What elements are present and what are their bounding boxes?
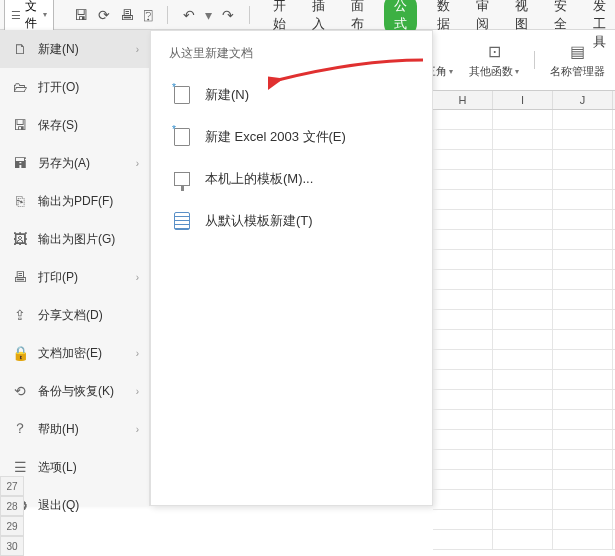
menu-save[interactable]: 🖫 保存(S) xyxy=(0,106,149,144)
chevron-right-icon: › xyxy=(136,386,139,397)
menu-label: 打开(O) xyxy=(38,79,79,96)
sub-item-label: 从默认模板新建(T) xyxy=(205,212,313,230)
divider xyxy=(167,6,168,24)
menu-share[interactable]: ⇪ 分享文档(D) xyxy=(0,296,149,334)
clipboard-icon xyxy=(173,212,191,230)
main-toolbar: 文件 ▾ 🖫 ⟳ 🖶 ⍰ ↶ ▾ ↷ 开始 插入 页面布局 公式 数据 审阅 视… xyxy=(0,0,615,30)
menu-open[interactable]: 🗁 打开(O) xyxy=(0,68,149,106)
sub-item-label: 新建 Excel 2003 文件(E) xyxy=(205,128,346,146)
document-icon: 🗋 xyxy=(12,41,28,57)
menu-new[interactable]: 🗋 新建(N) › xyxy=(0,30,149,68)
chevron-right-icon: › xyxy=(136,44,139,55)
document-icon xyxy=(173,86,191,104)
menu-label: 输出为图片(G) xyxy=(38,231,115,248)
ribbon-label: 名称管理器 xyxy=(550,64,605,79)
sub-item-default-template[interactable]: 从默认模板新建(T) xyxy=(169,204,414,238)
menu-label: 输出为PDF(F) xyxy=(38,193,113,210)
sub-item-label: 本机上的模板(M)... xyxy=(205,170,313,188)
menu-label: 退出(Q) xyxy=(38,497,79,514)
ribbon-label: 其他函数 xyxy=(469,64,513,79)
quick-toolbar: 🖫 ⟳ 🖶 ⍰ ↶ ▾ ↷ xyxy=(74,6,255,24)
image-icon: 🖼 xyxy=(12,231,28,247)
menu-label: 帮助(H) xyxy=(38,421,79,438)
menu-export-pdf[interactable]: ⎘ 输出为PDF(F) xyxy=(0,182,149,220)
menu-backup[interactable]: ⟲ 备份与恢复(K) › xyxy=(0,372,149,410)
help-icon: ？ xyxy=(12,421,28,437)
row-num[interactable]: 28 xyxy=(0,496,24,516)
name-manager-icon: ▤ xyxy=(568,42,588,62)
print-icon: 🖶 xyxy=(12,269,28,285)
menu-export-image[interactable]: 🖼 输出为图片(G) xyxy=(0,220,149,258)
lock-icon: 🔒 xyxy=(12,345,28,361)
chevron-right-icon: › xyxy=(136,158,139,169)
menu-print[interactable]: 🖶 打印(P) › xyxy=(0,258,149,296)
chevron-right-icon: › xyxy=(136,272,139,283)
row-num[interactable]: 29 xyxy=(0,516,24,536)
hamburger-icon xyxy=(11,8,21,22)
chevron-down-icon: ▾ xyxy=(515,67,519,76)
sub-item-local-template[interactable]: 本机上的模板(M)... xyxy=(169,162,414,196)
row-num[interactable]: 30 xyxy=(0,536,24,556)
divider xyxy=(534,51,535,69)
sub-item-new[interactable]: 新建(N) xyxy=(169,78,414,112)
share-icon: ⇪ xyxy=(12,307,28,323)
menu-label: 打印(P) xyxy=(38,269,78,286)
menu-label: 备份与恢复(K) xyxy=(38,383,114,400)
column-headers: H I J xyxy=(433,90,615,110)
col-header-i[interactable]: I xyxy=(493,91,553,109)
sub-item-excel2003[interactable]: 新建 Excel 2003 文件(E) xyxy=(169,120,414,154)
row-num[interactable]: 27 xyxy=(0,476,24,496)
redo-icon[interactable]: ↷ xyxy=(222,7,234,23)
submenu-header: 从这里新建文档 xyxy=(169,45,414,62)
menu-label: 分享文档(D) xyxy=(38,307,103,324)
file-menu: 🗋 新建(N) › 🗁 打开(O) 🖫 保存(S) 🖬 另存为(A) › ⎘ 输… xyxy=(0,30,150,506)
menu-save-as[interactable]: 🖬 另存为(A) › xyxy=(0,144,149,182)
menu-label: 选项(L) xyxy=(38,459,77,476)
folder-icon: 🗁 xyxy=(12,79,28,95)
spreadsheet-area: H I J xyxy=(433,90,615,556)
menu-encrypt[interactable]: 🔒 文档加密(E) › xyxy=(0,334,149,372)
menu-label: 保存(S) xyxy=(38,117,78,134)
refresh-icon[interactable]: ⟳ xyxy=(98,7,110,23)
template-icon xyxy=(173,170,191,188)
file-button-label: 文件 xyxy=(25,0,39,32)
menu-label: 文档加密(E) xyxy=(38,345,102,362)
preview-icon[interactable]: ⍰ xyxy=(144,7,152,23)
pdf-icon: ⎘ xyxy=(12,193,28,209)
other-func-icon: ⊡ xyxy=(484,42,504,62)
sub-item-label: 新建(N) xyxy=(205,86,249,104)
col-header-j[interactable]: J xyxy=(553,91,613,109)
ribbon-other-func[interactable]: ⊡ 其他函数 ▾ xyxy=(463,38,525,83)
menu-label: 新建(N) xyxy=(38,41,79,58)
menu-help[interactable]: ？ 帮助(H) › xyxy=(0,410,149,448)
divider xyxy=(249,6,250,24)
backup-icon: ⟲ xyxy=(12,383,28,399)
save-icon[interactable]: 🖫 xyxy=(74,7,88,23)
sheet-grid[interactable] xyxy=(433,110,615,556)
row-numbers: 27 28 29 30 xyxy=(0,476,24,556)
save-as-icon: 🖬 xyxy=(12,155,28,171)
chevron-right-icon: › xyxy=(136,348,139,359)
chevron-down-icon: ▾ xyxy=(449,67,453,76)
undo-icon[interactable]: ↶ xyxy=(183,7,195,23)
print-icon[interactable]: 🖶 xyxy=(120,7,134,23)
menu-label: 另存为(A) xyxy=(38,155,90,172)
options-icon: ☰ xyxy=(12,459,28,475)
save-icon: 🖫 xyxy=(12,117,28,133)
new-submenu: 从这里新建文档 新建(N) 新建 Excel 2003 文件(E) 本机上的模板… xyxy=(150,30,433,506)
chevron-down-icon: ▾ xyxy=(43,10,47,19)
document-icon xyxy=(173,128,191,146)
ribbon-name-manager[interactable]: ▤ 名称管理器 xyxy=(544,38,611,83)
chevron-down-icon[interactable]: ▾ xyxy=(205,7,212,23)
col-header-h[interactable]: H xyxy=(433,91,493,109)
chevron-right-icon: › xyxy=(136,424,139,435)
